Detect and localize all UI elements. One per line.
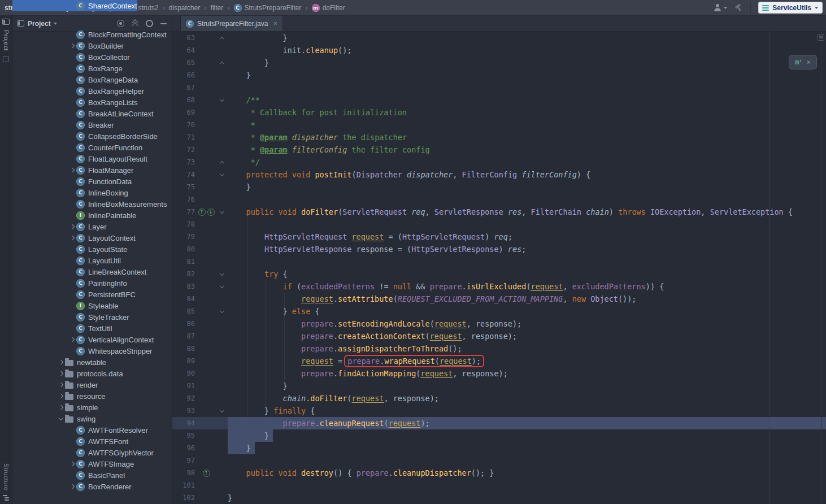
code-line-65[interactable]: 65 } <box>172 57 826 69</box>
code-line-95[interactable]: 95 } <box>172 429 826 442</box>
code-line-80[interactable]: 80 HttpServletResponse response = (HttpS… <box>172 243 826 255</box>
tree-item-resource[interactable]: resource <box>12 390 172 402</box>
tab-strutspreparefilter-java[interactable]: C StrutsPrepareFilter.java × <box>180 16 283 31</box>
tree-item-Styleable[interactable]: IStyleable <box>12 300 172 311</box>
fold-marker-icon[interactable] <box>220 309 224 313</box>
gutter-line-number[interactable]: 88 <box>172 345 195 353</box>
gutter[interactable]: 96 <box>172 442 228 454</box>
code-line-93[interactable]: 93 } finally { <box>172 405 826 417</box>
tree-item-VerticalAlignContext[interactable]: CVerticalAlignContext <box>12 334 172 345</box>
gutter-line-number[interactable]: 92 <box>172 394 195 402</box>
gutter-line-number[interactable]: 86 <box>172 320 195 328</box>
code-line-75[interactable]: 75 } <box>172 181 826 193</box>
gutter[interactable]: 101 <box>172 479 228 492</box>
code-line-87[interactable]: 87 prepare.createActionContext(request, … <box>172 330 826 342</box>
gutter-line-number[interactable]: 71 <box>172 133 195 141</box>
fold-marker-icon[interactable] <box>220 408 224 412</box>
tree-item-LineBreakContext[interactable]: CLineBreakContext <box>12 266 172 277</box>
fold-marker-icon[interactable] <box>220 209 224 214</box>
gutter[interactable]: 87 <box>172 330 228 342</box>
gutter[interactable]: 66 <box>172 69 228 81</box>
gutter[interactable]: 91 <box>172 380 228 392</box>
gutter-line-number[interactable]: 83 <box>172 283 195 290</box>
fold-marker-icon[interactable] <box>220 271 224 276</box>
gutter[interactable]: 79 <box>172 231 228 243</box>
gutter-line-number[interactable]: 78 <box>172 220 195 228</box>
tree-item-FunctionData[interactable]: CFunctionData <box>12 176 172 187</box>
tree-expand-chevron[interactable] <box>68 236 76 240</box>
locate-file-icon[interactable] <box>117 20 124 27</box>
gutter[interactable]: 81 <box>172 255 228 268</box>
code-line-77[interactable]: 77↑↓ public void doFilter(ServletRequest… <box>172 206 826 218</box>
tree-item-PersistentBFC[interactable]: CPersistentBFC <box>12 289 172 300</box>
gutter[interactable]: 77↑↓ <box>172 206 228 218</box>
gutter[interactable]: 80 <box>172 243 228 255</box>
tree-item-TextUtil[interactable]: CTextUtil <box>12 323 172 334</box>
gutter-line-number[interactable]: 63 <box>172 34 195 42</box>
gutter[interactable]: 90 <box>172 367 228 380</box>
code-line-68[interactable]: 68 /** <box>172 94 826 106</box>
gutter-line-number[interactable]: 76 <box>172 195 195 203</box>
gutter[interactable]: 78 <box>172 218 228 231</box>
breadcrumb-item-dispatcher[interactable]: dispatcher <box>169 4 200 12</box>
code-line-88[interactable]: 88 prepare.assignDispatcherToThread(); <box>172 342 826 355</box>
gutter-line-number[interactable]: 91 <box>172 382 195 390</box>
bookmark-tool-icon[interactable] <box>3 56 9 62</box>
run-configuration-select[interactable]: ServiceUtils <box>758 2 823 14</box>
gutter[interactable]: 73 <box>172 156 228 168</box>
gutter-line-number[interactable]: 75 <box>172 183 195 191</box>
tree-item-BasicPanel[interactable]: CBasicPanel <box>12 470 172 481</box>
settings-gear-icon[interactable] <box>146 20 153 27</box>
tree-item-BoxCollector[interactable]: CBoxCollector <box>12 51 172 63</box>
editor-widget-icon[interactable] <box>818 34 824 41</box>
gutter-line-number[interactable]: 96 <box>172 444 195 452</box>
tree-expand-chevron[interactable] <box>68 225 76 228</box>
tree-expand-chevron[interactable] <box>68 44 76 47</box>
code-line-84[interactable]: 84 request.setAttribute(REQUEST_EXCLUDED… <box>172 293 826 305</box>
code-line-101[interactable]: 101 <box>172 479 826 492</box>
gutter[interactable]: 64 <box>172 44 228 57</box>
scrollbar-track[interactable] <box>821 32 821 504</box>
gutter[interactable]: 94 <box>172 417 228 429</box>
gutter[interactable]: 75 <box>172 181 228 193</box>
gutter[interactable]: 102 <box>172 492 228 504</box>
gutter[interactable]: 97 <box>172 454 228 467</box>
project-view-selector[interactable]: Project <box>28 20 57 28</box>
gutter-line-number[interactable]: 67 <box>172 84 195 92</box>
gutter-line-number[interactable]: 97 <box>172 457 195 464</box>
breadcrumb-item-filter[interactable]: filter <box>211 4 224 12</box>
tree-item-Breaker[interactable]: CBreaker <box>12 119 172 131</box>
gutter-line-number[interactable]: 69 <box>172 108 195 116</box>
tree-item-InlinePaintable[interactable]: IInlinePaintable <box>12 210 172 221</box>
gutter[interactable]: 65 <box>172 57 228 69</box>
fold-marker-icon[interactable] <box>220 37 224 41</box>
close-icon[interactable]: × <box>806 59 810 66</box>
fold-marker-icon[interactable] <box>220 62 224 66</box>
code-line-64[interactable]: 64 init.cleanup(); <box>172 44 826 57</box>
tree-expand-chevron[interactable] <box>56 360 65 364</box>
gutter[interactable]: 74 <box>172 168 228 181</box>
build-hammer-icon[interactable] <box>734 3 743 12</box>
fold-marker-icon[interactable] <box>220 172 224 176</box>
tree-expand-chevron[interactable] <box>56 406 65 409</box>
breadcrumb-item-StrutsPrepareFilter[interactable]: CStrutsPrepareFilter <box>234 4 302 12</box>
code-line-94[interactable]: 94 prepare.cleanupRequest(request); <box>172 417 826 429</box>
implements-method-icon[interactable]: ↑ <box>198 208 206 216</box>
code-line-67[interactable]: 67 <box>172 81 826 94</box>
code-line-82[interactable]: 82 try { <box>172 268 826 280</box>
collapse-all-icon[interactable] <box>132 20 138 27</box>
gutter-line-number[interactable]: 70 <box>172 121 195 129</box>
breadcrumb-item-struts2[interactable]: struts2 <box>138 4 158 12</box>
gutter-line-number[interactable]: 89 <box>172 357 195 365</box>
gutter[interactable]: 85 <box>172 305 228 318</box>
gutter-line-number[interactable]: 85 <box>172 307 195 315</box>
tree-expand-chevron[interactable] <box>68 462 76 466</box>
code-line-89[interactable]: 89 request = prepare.wrapRequest(request… <box>172 355 826 367</box>
structure-tool-icon[interactable] <box>3 495 10 501</box>
tree-item-AWTFontResolver[interactable]: CAWTFontResolver <box>12 424 172 436</box>
tree-item-simple[interactable]: simple <box>12 402 172 413</box>
tree-expand-chevron[interactable] <box>68 168 76 172</box>
tree-expand-chevron[interactable] <box>56 394 65 398</box>
tree-expand-chevron[interactable] <box>56 418 65 420</box>
code-line-85[interactable]: 85 } else { <box>172 305 826 318</box>
